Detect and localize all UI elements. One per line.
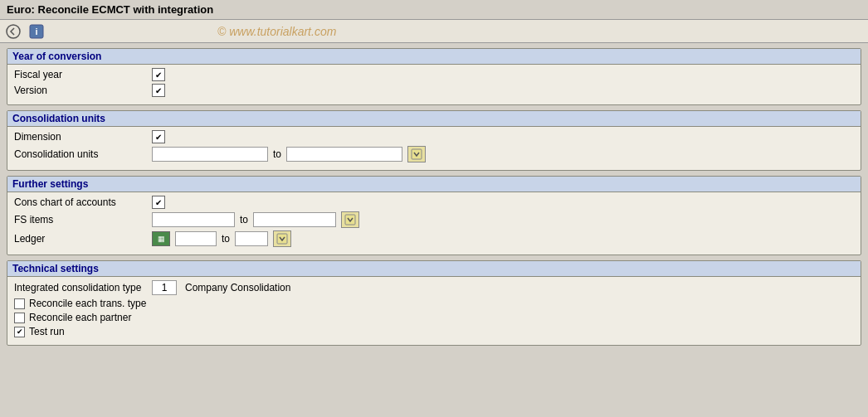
integrated-consolidation-type-label: Integrated consolidation type [14,282,147,293]
reconcile-trans-checkbox[interactable] [14,298,25,309]
consolidation-units-label: Consolidation units [14,148,147,160]
svg-rect-4 [345,215,355,225]
to-label-fs: to [240,214,248,225]
fs-items-to[interactable] [253,212,336,227]
section-technical-settings: Technical settings Integrated consolidat… [7,260,861,346]
dimension-checkbox[interactable] [152,130,165,143]
ledger-icon[interactable]: ▦ [152,231,170,246]
version-checkbox[interactable] [152,84,165,97]
back-icon[interactable] [5,23,22,40]
section-body-year: Fiscal year Version [7,65,861,104]
reconcile-partner-checkbox[interactable] [14,313,25,323]
ledger-nav-button[interactable] [273,230,291,247]
fs-items-label: FS items [14,214,147,225]
section-header-further: Further settings [7,177,861,192]
page-title: Euro: Reconcile ECMCT with integration [7,3,213,16]
fiscal-year-label: Fiscal year [14,69,147,80]
svg-point-0 [7,25,20,38]
reconcile-partner-label: Reconcile each partner [29,312,131,323]
svg-text:i: i [35,27,37,36]
ledger-to[interactable] [235,231,268,246]
to-label-ledger: to [222,233,230,245]
version-label: Version [14,85,147,96]
reconcile-trans-label: Reconcile each trans. type [29,298,146,309]
section-consolidation-units: Consolidation units Dimension Consolidat… [7,110,861,171]
int-type-value-display: 1 [152,280,177,295]
info-icon[interactable]: i [28,23,45,40]
svg-rect-3 [412,149,422,159]
consolidation-units-to[interactable] [286,147,402,162]
section-header-technical: Technical settings [7,261,861,277]
watermark: © www.tutorialkart.com [217,25,336,38]
title-bar: Euro: Reconcile ECMCT with integration [0,0,868,20]
section-year-of-conversion: Year of conversion Fiscal year Version [7,48,861,105]
ledger-row: Ledger ▦ to [14,230,854,247]
fiscal-year-checkbox[interactable] [152,68,165,81]
fs-items-nav-button[interactable] [341,211,359,228]
version-row: Version [14,84,854,97]
section-header-units: Consolidation units [7,111,861,127]
consolidation-units-from[interactable] [152,147,268,162]
ledger-from[interactable] [175,231,217,246]
cons-chart-row: Cons chart of accounts [14,196,854,209]
integrated-type-row: Integrated consolidation type 1 Company … [14,280,854,295]
test-run-label: Test run [29,326,65,337]
section-header-year: Year of conversion [7,49,861,65]
content: Year of conversion Fiscal year Version C… [0,43,868,356]
section-further-settings: Further settings Cons chart of accounts … [7,176,861,255]
test-run-checkbox[interactable] [14,327,25,337]
fs-items-row: FS items to [14,211,854,228]
dimension-row: Dimension [14,130,854,143]
company-consolidation-label: Company Consolidation [185,282,290,293]
cons-chart-label: Cons chart of accounts [14,196,147,208]
consolidation-units-row: Consolidation units to [14,146,854,162]
fs-items-from[interactable] [152,212,235,227]
fiscal-year-row: Fiscal year [14,68,854,81]
section-body-further: Cons chart of accounts FS items to Ledge… [7,192,861,255]
to-label-units: to [273,148,281,160]
dimension-label: Dimension [14,131,147,143]
test-run-row: Test run [14,326,854,337]
reconcile-trans-row: Reconcile each trans. type [14,298,854,309]
ledger-label: Ledger [14,233,147,245]
toolbar: i © www.tutorialkart.com [0,20,868,43]
reconcile-partner-row: Reconcile each partner [14,312,854,323]
cons-chart-checkbox[interactable] [152,196,165,209]
svg-rect-5 [277,234,287,244]
consolidation-units-nav-button[interactable] [407,146,426,162]
section-body-units: Dimension Consolidation units to [7,127,861,170]
section-body-technical: Integrated consolidation type 1 Company … [7,277,861,345]
